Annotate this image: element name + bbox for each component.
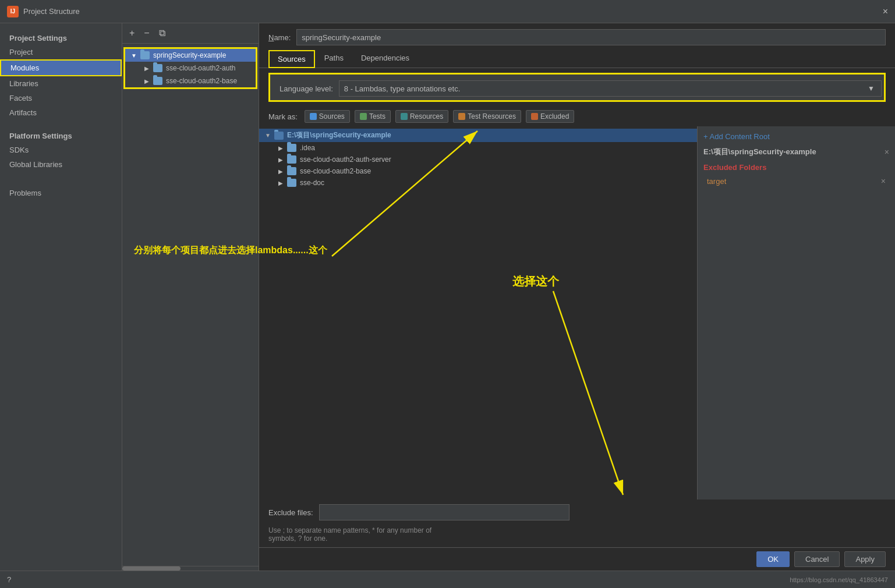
language-level-label: Language level: bbox=[280, 84, 333, 93]
tab-dependencies[interactable]: Dependencies bbox=[353, 50, 418, 68]
module-tree: ▼ springSecurity-example ▶ sse-cloud-oau… bbox=[122, 44, 259, 566]
sidebar-item-global-libraries[interactable]: Global Libraries bbox=[0, 157, 122, 172]
ok-button[interactable]: OK bbox=[756, 551, 790, 567]
sidebar-item-problems[interactable]: Problems bbox=[0, 186, 122, 200]
mark-as-label: Mark as: bbox=[268, 112, 298, 121]
excluded-color-dot bbox=[531, 113, 538, 120]
bottom-bar: ? https://blog.csdn.net/qq_41863447 bbox=[0, 571, 895, 588]
mark-test-resources-button[interactable]: Test Resources bbox=[453, 110, 521, 123]
exclude-files-row: Exclude files: bbox=[259, 500, 895, 525]
dialog-buttons: OK Cancel Apply bbox=[259, 547, 895, 571]
module-toolbar: + − ⧉ bbox=[122, 23, 259, 44]
excluded-item-text: target bbox=[707, 177, 726, 186]
exclude-files-input[interactable] bbox=[319, 504, 569, 520]
test-resources-color-dot bbox=[458, 113, 465, 120]
module-label: sse-cloud-oauth2-base bbox=[166, 77, 237, 85]
tabs-row: Sources Paths Dependencies bbox=[259, 50, 895, 68]
folder-tree-doc[interactable]: ▶ sse-doc bbox=[259, 177, 697, 189]
mark-resources-button[interactable]: Resources bbox=[395, 110, 448, 123]
apply-button[interactable]: Apply bbox=[844, 551, 886, 567]
app-icon: IJ bbox=[7, 6, 19, 17]
resources-color-dot bbox=[401, 113, 408, 120]
folder-tree: ▼ E:\项目\springSecurity-example ▶ .idea ▶… bbox=[259, 126, 697, 500]
sidebar: Project Settings Project Modules Librari… bbox=[0, 23, 122, 571]
mark-tests-button[interactable]: Tests bbox=[355, 110, 391, 123]
sidebar-item-libraries[interactable]: Libraries bbox=[0, 76, 122, 91]
name-row: Name: bbox=[259, 23, 895, 50]
main-area: ▼ E:\项目\springSecurity-example ▶ .idea ▶… bbox=[259, 126, 895, 500]
exclude-hint: Use ; to separate name patterns, * for a… bbox=[259, 525, 895, 547]
title-bar: IJ Project Structure × bbox=[0, 0, 895, 23]
sources-content: Language level: 1 - No features2 - Strin… bbox=[259, 68, 895, 547]
sidebar-item-project[interactable]: Project bbox=[0, 45, 122, 59]
excluded-item-target: target × bbox=[703, 175, 889, 187]
content-panel: Name: Sources Paths Dependencies Languag… bbox=[259, 23, 895, 571]
name-label: Name: bbox=[268, 33, 291, 42]
name-input[interactable] bbox=[296, 29, 886, 45]
sidebar-item-artifacts[interactable]: Artifacts bbox=[0, 105, 122, 120]
copy-module-button[interactable]: ⧉ bbox=[157, 27, 168, 40]
module-label: sse-cloud-oauth2-auth bbox=[166, 64, 235, 72]
folder-tree-root[interactable]: ▼ E:\项目\springSecurity-example bbox=[259, 129, 697, 142]
content-root-path: E:\项目\springSecurity-example × bbox=[703, 147, 889, 157]
sources-color-dot bbox=[310, 113, 317, 120]
sidebar-item-facets[interactable]: Facets bbox=[0, 91, 122, 105]
add-content-root-button[interactable]: + Add Content Root bbox=[703, 132, 889, 141]
platform-settings-title: Platform Settings bbox=[0, 127, 122, 143]
remove-module-button[interactable]: − bbox=[141, 27, 151, 40]
excluded-folders-title: Excluded Folders bbox=[703, 163, 889, 172]
tab-sources[interactable]: Sources bbox=[268, 50, 315, 68]
cancel-button[interactable]: Cancel bbox=[794, 551, 840, 567]
right-info-panel: + Add Content Root E:\项目\springSecurity-… bbox=[697, 126, 895, 500]
sidebar-item-modules[interactable]: Modules bbox=[0, 59, 122, 76]
mark-as-row: Mark as: Sources Tests Resources Test Re… bbox=[259, 107, 895, 126]
sidebar-item-sdks[interactable]: SDKs bbox=[0, 143, 122, 157]
remove-content-root-icon[interactable]: × bbox=[885, 147, 889, 157]
exclude-files-label: Exclude files: bbox=[268, 508, 313, 517]
help-button[interactable]: ? bbox=[7, 575, 11, 584]
scrollbar-thumb[interactable] bbox=[122, 566, 181, 571]
tab-paths[interactable]: Paths bbox=[316, 50, 352, 68]
module-item-sse-auth[interactable]: ▶ sse-cloud-oauth2-auth bbox=[125, 62, 256, 75]
module-item-spring-security[interactable]: ▼ springSecurity-example bbox=[125, 49, 256, 62]
module-item-sse-base[interactable]: ▶ sse-cloud-oauth2-base bbox=[125, 75, 256, 87]
module-label: springSecurity-example bbox=[153, 51, 226, 59]
content-root-path-text: E:\项目\springSecurity-example bbox=[703, 147, 816, 157]
language-level-select[interactable]: 1 - No features2 - String switch3 - Auto… bbox=[339, 80, 882, 97]
folder-tree-idea[interactable]: ▶ .idea bbox=[259, 142, 697, 154]
folder-tree-auth-server[interactable]: ▶ sse-cloud-oauth2-auth-server bbox=[259, 154, 697, 165]
window-title: Project Structure bbox=[23, 7, 80, 16]
module-tree-panel: + − ⧉ ▼ springSecurity-example ▶ sse-clo… bbox=[122, 23, 259, 571]
folder-tree-base[interactable]: ▶ sse-cloud-oauth2-base bbox=[259, 165, 697, 177]
language-level-row: Language level: 1 - No features2 - Strin… bbox=[268, 73, 886, 102]
tests-color-dot bbox=[360, 113, 367, 120]
project-settings-title: Project Settings bbox=[0, 29, 122, 45]
mark-sources-button[interactable]: Sources bbox=[305, 110, 350, 123]
scrollbar[interactable] bbox=[122, 566, 259, 571]
add-module-button[interactable]: + bbox=[127, 27, 137, 40]
close-button[interactable]: × bbox=[883, 6, 888, 17]
mark-excluded-button[interactable]: Excluded bbox=[526, 110, 574, 123]
remove-excluded-icon[interactable]: × bbox=[881, 176, 886, 186]
blog-url: https://blog.csdn.net/qq_41863447 bbox=[790, 576, 888, 583]
main-container: Project Settings Project Modules Librari… bbox=[0, 23, 895, 571]
bottom-right: https://blog.csdn.net/qq_41863447 bbox=[790, 576, 888, 583]
